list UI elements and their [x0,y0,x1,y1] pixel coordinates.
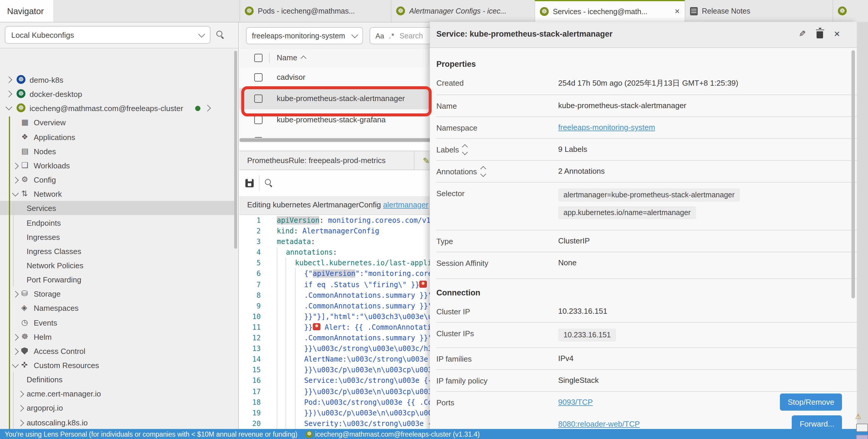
top-tab-bar: Navigator ☸Pods - icecheng@mathmas...☸Al… [0,0,868,23]
chevron-right-icon[interactable] [204,105,211,112]
sidebar-item-docker-desktop[interactable]: ☸docker-desktop [0,87,235,101]
edit-icon[interactable]: ✎ [799,29,806,38]
port-link[interactable]: 9093/TCP [558,398,593,406]
edit-icon[interactable]: ✎ [423,156,430,165]
sidebar-item-network-policies[interactable]: Network Policies [0,258,235,272]
sidebar-item-label: Definitions [27,375,62,384]
close-icon[interactable]: ✕ [675,8,680,15]
sidebar-item-helm[interactable]: ☸Helm [0,330,235,344]
drawer-title: Service: kube-prometheus-stack-alertmana… [436,30,613,38]
select-all-checkbox[interactable] [254,54,262,62]
indent-guide [277,365,286,375]
chevron-right-icon[interactable] [12,348,19,355]
sidebar-item-network[interactable]: ⇅Network [0,187,235,201]
chevron-right-icon[interactable] [12,163,19,170]
token: }}\u003c/p\u003e\n\u003cp\u003c [304,366,437,374]
sidebar-item-events[interactable]: ◷Events [0,315,235,330]
chevron-down-icon[interactable] [6,104,12,110]
tab-pods-icecheng-mathmas-[interactable]: ☸Pods - icecheng@mathmas... [240,0,391,22]
indent-guide [295,397,304,407]
sidebar-item-label: Storage [34,289,61,298]
chevron-down-icon[interactable] [12,361,19,368]
kubeconfig-select[interactable]: Local Kubeconfigs [5,26,211,44]
row-checkbox[interactable] [254,95,262,103]
save-icon[interactable] [245,179,254,187]
detail-label: Type [436,236,558,246]
sidebar-item-demo-k8s[interactable]: ☸demo-k8s [0,73,235,87]
overlay-box [856,435,868,439]
tab-more[interactable]: ☸ [833,0,868,22]
sidebar-item-config[interactable]: ⚙Config [0,172,235,187]
namespace-link[interactable]: freeleaps-monitoring-system [558,123,655,132]
sidebar-item-port-forwarding[interactable]: Port Forwarding [0,272,235,286]
chevron-right-icon[interactable] [18,405,24,412]
sidebar-item-overview[interactable]: ▦Overview [0,115,235,129]
port-link[interactable]: 8080:reloader-web/TCP [558,419,640,428]
detail-row-session-affinity: Session AffinityNone [436,252,857,279]
indent-guide [286,311,295,322]
sidebar-scrollbar[interactable] [234,51,237,249]
tab-alertmanager-configs-icec-[interactable]: ☸Alertmanager Configs - icec... [391,0,534,22]
expand-toggle-icon[interactable] [481,168,485,176]
chevron-right-icon[interactable] [12,177,19,184]
namespace-select[interactable]: freeleaps-monitoring-system [246,27,363,44]
sidebar-item-endpoints[interactable]: Endpoints [0,216,235,230]
sidebar-item-nodes[interactable]: ▤Nodes [0,144,235,158]
sidebar-item-storage[interactable]: ⛁Storage [0,286,235,301]
breadcrumb-link[interactable]: alertmanager [383,200,428,209]
chevron-down-icon[interactable] [12,190,19,197]
delete-icon[interactable] [816,31,823,38]
sidebar-item-definitions[interactable]: Definitions [0,372,235,386]
stop-remove-button[interactable]: Stop/Remove [780,394,842,411]
chevron-right-icon[interactable] [6,76,12,83]
sidebar-item-ingress-classes[interactable]: Ingress Classes [0,244,235,258]
column-header-name[interactable]: Name [277,53,305,62]
sidebar-item-access-control[interactable]: Access Control [0,344,235,358]
expand-toggle-icon[interactable] [463,146,467,154]
clock-icon: ◷ [21,318,28,327]
close-icon[interactable]: ✕ [834,29,840,38]
match-case-icon[interactable]: Aa [375,32,384,40]
detail-value: 9 Labels [558,145,857,154]
sidebar-item-namespaces[interactable]: ◈Namespaces [0,301,235,315]
sidebar-item-icecheng-mathmast-com-freeleaps-cluster[interactable]: ☸icecheng@mathmast.com@freeleaps-cluster [0,101,235,115]
indent-guide [277,301,286,311]
sidebar-item-workloads[interactable]: ❏Workloads [0,158,235,172]
drawer-body: PropertiesCreated254d 17h 50m ago (2025年… [430,48,857,439]
search-icon[interactable] [265,179,273,187]
sidebar-item-argoproj-io[interactable]: argoproj.io [0,401,235,415]
gear-icon: ⚙ [21,175,28,184]
search-icon[interactable] [216,31,224,38]
shield-icon [21,347,28,354]
servers-icon: ▤ [21,146,29,156]
sidebar-item-custom-resources[interactable]: ✜Custom Resources [0,358,235,372]
sort-asc-icon [301,56,306,61]
service-details-drawer: Service: kube-prometheus-stack-alertmana… [430,22,857,439]
sidebar-item-label: Endpoints [27,218,61,227]
sidebar-item-label: docker-desktop [30,90,82,98]
sidebar-item-autoscaling-k8s-io[interactable]: autoscaling.k8s.io [0,415,235,429]
chevron-right-icon[interactable] [18,391,24,398]
indent-guide [286,418,295,429]
tab-release-notes[interactable]: Release Notes [685,0,833,22]
detail-value: 10.233.16.151 [558,307,857,315]
row-checkbox[interactable] [254,73,262,81]
sidebar-item-acme-cert-manager-io[interactable]: acme.cert-manager.io [0,386,235,401]
sidebar-item-services[interactable]: Services [0,201,235,215]
chevron-right-icon[interactable] [6,91,12,98]
line-number: 13 [240,343,261,354]
drawer-scrollbar[interactable] [851,50,855,298]
chevron-right-icon[interactable] [12,291,19,298]
chevron-right-icon[interactable] [12,334,19,341]
row-name: kube-prometheus-stack-grafana [277,115,386,124]
indent-guide [277,322,286,333]
regex-icon[interactable]: .* [389,32,395,40]
tab-services-icecheng-math-[interactable]: ☸Services - icecheng@math...✕ [534,0,685,22]
sidebar-item-applications[interactable]: ❖Applications [0,130,235,144]
sidebar-item-ingresses[interactable]: Ingresses [0,230,235,244]
detail-value: None [558,258,857,267]
active-cluster-label[interactable]: icecheng@mathmast.com@freeleaps-cluster … [315,431,480,438]
row-name: kube-prometheus-stack-alertmanager [277,94,405,103]
chevron-right-icon[interactable] [18,420,24,427]
row-checkbox[interactable] [254,116,262,124]
